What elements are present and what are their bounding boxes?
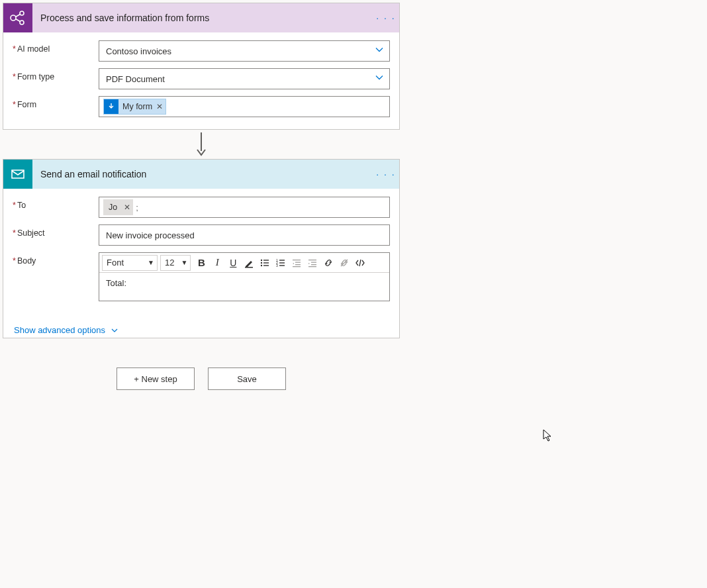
- mouse-cursor-icon: [543, 429, 553, 442]
- form-type-value: PDF Document: [106, 74, 165, 84]
- to-separator: ;: [136, 203, 138, 213]
- remove-pill-icon[interactable]: ✕: [124, 203, 130, 212]
- action-buttons: + New step Save: [3, 368, 400, 390]
- mail-icon: [3, 160, 32, 189]
- chevron-down-icon: [375, 46, 384, 57]
- svg-point-10: [261, 264, 262, 266]
- chevron-down-icon: [111, 326, 118, 334]
- svg-rect-26: [311, 264, 316, 265]
- field-to: *To Jo ✕ ;: [13, 197, 390, 218]
- body-content[interactable]: Total:: [99, 273, 389, 301]
- body-editor: Font ▼ 12 ▼ B I U: [99, 252, 390, 301]
- show-advanced-options[interactable]: Show advanced options: [3, 320, 128, 338]
- code-view-button[interactable]: [352, 255, 368, 271]
- ai-model-value: Contoso invoices: [106, 46, 171, 56]
- editor-toolbar: Font ▼ 12 ▼ B I U: [99, 253, 389, 273]
- svg-rect-18: [279, 262, 285, 263]
- field-subject: *Subject New invoice processed: [13, 224, 390, 246]
- svg-rect-7: [245, 267, 253, 268]
- subject-input[interactable]: New invoice processed: [99, 224, 390, 246]
- to-label: *To: [13, 197, 99, 210]
- ai-builder-icon: [3, 3, 32, 32]
- step2-menu-button[interactable]: · · ·: [373, 169, 399, 179]
- body-label: *Body: [13, 252, 99, 266]
- form-type-label: *Form type: [13, 68, 99, 81]
- field-form: *Form My form ✕: [13, 96, 390, 117]
- svg-rect-6: [12, 170, 24, 178]
- svg-rect-17: [279, 260, 285, 260]
- font-color-button[interactable]: [241, 255, 257, 271]
- form-type-select[interactable]: PDF Document: [99, 68, 390, 89]
- flow-arrow: [3, 130, 400, 159]
- dropdown-icon: ▼: [145, 259, 157, 266]
- ai-model-select[interactable]: Contoso invoices: [99, 40, 390, 62]
- ai-model-label: *AI model: [13, 40, 99, 54]
- svg-rect-23: [293, 266, 301, 267]
- font-family-select[interactable]: Font ▼: [102, 255, 158, 271]
- svg-point-8: [261, 259, 262, 260]
- svg-rect-13: [263, 265, 269, 266]
- to-pill: Jo ✕: [103, 199, 133, 215]
- svg-line-4: [16, 19, 21, 22]
- svg-point-1: [20, 11, 24, 15]
- to-input[interactable]: Jo ✕ ;: [99, 197, 390, 218]
- step-process-forms: Process and save information from forms …: [3, 3, 400, 130]
- link-button[interactable]: [320, 255, 336, 271]
- svg-line-3: [16, 15, 21, 17]
- svg-rect-11: [263, 260, 269, 260]
- step2-header[interactable]: Send an email notification · · ·: [3, 160, 399, 189]
- svg-point-9: [261, 262, 262, 263]
- step1-body: *AI model Contoso invoices *Form type PD…: [3, 32, 399, 129]
- step2-body: *To Jo ✕ ; *Subject New invoice processe…: [3, 189, 399, 320]
- svg-rect-12: [263, 262, 269, 263]
- form-token-label: My form: [122, 102, 152, 111]
- bullet-list-button[interactable]: [257, 255, 273, 271]
- bold-button[interactable]: B: [193, 255, 209, 271]
- subject-label: *Subject: [13, 224, 99, 238]
- form-label: *Form: [13, 96, 99, 109]
- svg-rect-25: [311, 262, 316, 262]
- new-step-button[interactable]: + New step: [117, 368, 195, 390]
- chevron-down-icon: [375, 74, 384, 85]
- italic-button[interactable]: I: [209, 255, 225, 271]
- number-list-button[interactable]: 123: [273, 255, 289, 271]
- field-form-type: *Form type PDF Document: [13, 68, 390, 89]
- field-ai-model: *AI model Contoso invoices: [13, 40, 390, 62]
- field-body: *Body Font ▼ 12 ▼ B I U: [13, 252, 390, 301]
- to-pill-label: Jo: [109, 203, 117, 212]
- save-button[interactable]: Save: [208, 368, 286, 390]
- svg-rect-22: [295, 264, 301, 265]
- svg-rect-20: [293, 260, 301, 260]
- step1-menu-button[interactable]: · · ·: [373, 13, 399, 23]
- form-token: My form ✕: [103, 99, 166, 115]
- subject-value: New invoice processed: [106, 230, 195, 240]
- svg-rect-27: [308, 266, 316, 267]
- step-send-email: Send an email notification · · · *To Jo …: [3, 159, 400, 338]
- form-input[interactable]: My form ✕: [99, 96, 390, 117]
- font-size-select[interactable]: 12 ▼: [160, 255, 191, 271]
- remove-token-icon[interactable]: ✕: [156, 102, 163, 111]
- svg-rect-21: [295, 262, 301, 262]
- step2-title: Send an email notification: [32, 169, 373, 179]
- svg-rect-19: [279, 265, 285, 266]
- outdent-button[interactable]: [289, 255, 305, 271]
- unlink-button[interactable]: [336, 255, 352, 271]
- step1-title: Process and save information from forms: [32, 13, 373, 23]
- dropdown-icon: ▼: [178, 259, 190, 266]
- indent-button[interactable]: [305, 255, 320, 271]
- attachment-icon: [104, 99, 118, 114]
- svg-rect-24: [308, 260, 316, 260]
- svg-point-2: [20, 21, 24, 24]
- underline-button[interactable]: U: [225, 255, 241, 271]
- svg-point-0: [11, 15, 16, 21]
- step1-header[interactable]: Process and save information from forms …: [3, 3, 399, 32]
- svg-text:3: 3: [276, 264, 278, 268]
